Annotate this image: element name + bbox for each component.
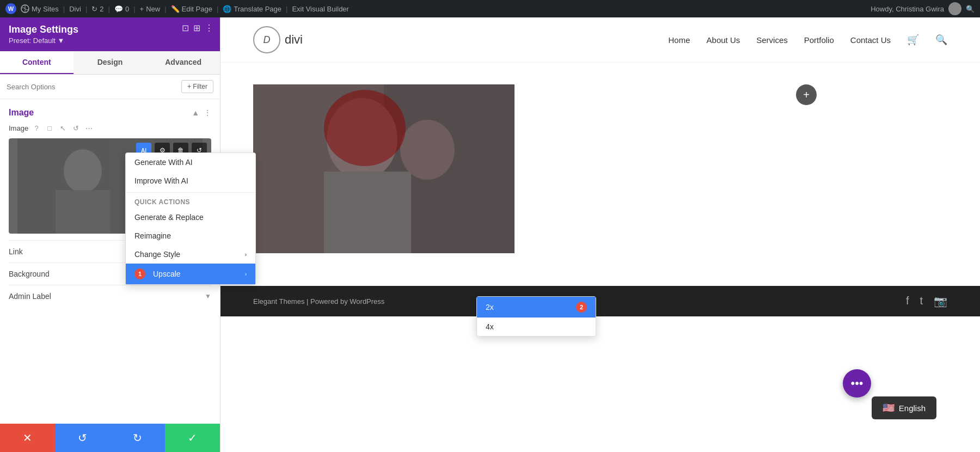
- twitter-icon[interactable]: t: [920, 295, 923, 308]
- site-footer: Elegant Themes | Powered by WordPress f …: [220, 286, 980, 316]
- svg-point-13: [324, 90, 406, 166]
- submenu-4x[interactable]: 4x: [477, 317, 596, 336]
- admin-label-chevron: ▼: [205, 292, 211, 300]
- upscale-badge-1: 1: [134, 268, 145, 279]
- search-icon[interactable]: 🔍: [966, 5, 975, 13]
- exit-builder-link[interactable]: Exit Visual Builder: [292, 5, 349, 13]
- sidebar-header: Image Settings Preset: Default ▼ ⊡ ⊞ ⋮: [0, 17, 220, 51]
- sidebar-tabs: Content Design Advanced: [0, 51, 220, 75]
- nav-services[interactable]: Services: [756, 35, 788, 45]
- image-section-title: Image: [9, 108, 34, 118]
- sidebar-preset[interactable]: Preset: Default ▼: [9, 36, 211, 45]
- website-content: D divi Home About Us Services Portfolio …: [220, 17, 980, 452]
- footer-social-icons: f t 📷: [906, 295, 947, 308]
- sidebar-panel: Image Settings Preset: Default ▼ ⊡ ⊞ ⋮ C…: [0, 17, 220, 452]
- logo-text: divi: [285, 33, 303, 47]
- nav-portfolio[interactable]: Portfolio: [804, 35, 834, 45]
- submenu-4x-label: 4x: [486, 322, 494, 331]
- menu-upscale[interactable]: 1 Upscale ›: [126, 264, 255, 284]
- section-more-icon[interactable]: ⋮: [204, 108, 211, 117]
- context-menu: Generate With AI Improve With AI Quick A…: [125, 152, 256, 285]
- language-picker[interactable]: 🇺🇸 English: [872, 396, 936, 419]
- upscale-label: Upscale: [153, 270, 181, 278]
- more-icon[interactable]: ⋮: [205, 23, 213, 33]
- reset-button[interactable]: ↺: [55, 424, 110, 452]
- comments-link[interactable]: 💬 0: [114, 5, 129, 13]
- menu-divider-1: [126, 192, 255, 193]
- admin-label-text: Admin Label: [9, 292, 51, 301]
- menu-reimagine[interactable]: Reimagine: [126, 227, 255, 245]
- howdy-label: Howdy, Christina Gwira: [871, 5, 944, 13]
- cancel-button[interactable]: ✕: [0, 424, 55, 452]
- facebook-icon[interactable]: f: [906, 295, 909, 308]
- link-label: Link: [9, 247, 23, 256]
- instagram-icon[interactable]: 📷: [934, 295, 947, 308]
- image-section-header: Image ▲ ⋮: [9, 108, 211, 118]
- tab-content[interactable]: Content: [0, 51, 74, 74]
- admin-bar: W My Sites | Divi | ↻ 2 | 💬 0 | + New | …: [0, 0, 980, 17]
- language-label: English: [899, 404, 926, 413]
- new-link[interactable]: + New: [140, 5, 161, 13]
- edit-page-link[interactable]: ✏️ Edit Page: [171, 5, 212, 13]
- search-nav-icon[interactable]: 🔍: [935, 34, 947, 46]
- site-logo: D divi: [253, 26, 303, 53]
- section-icon-group: ▲ ⋮: [192, 108, 211, 117]
- menu-improve-ai[interactable]: Improve With AI: [126, 172, 255, 190]
- cart-icon[interactable]: 🛒: [907, 34, 919, 46]
- translate-page-link[interactable]: 🌐 Translate Page: [223, 5, 281, 13]
- submenu-2x-label: 2x: [486, 303, 494, 311]
- expand-icon[interactable]: ⊞: [193, 23, 200, 33]
- tab-advanced[interactable]: Advanced: [146, 51, 220, 74]
- svg-rect-6: [17, 138, 110, 234]
- user-avatar: [948, 2, 961, 15]
- footer-text: Elegant Themes | Powered by WordPress: [253, 297, 384, 306]
- upscale-arrow: ›: [245, 271, 247, 277]
- cursor-icon[interactable]: ↖: [58, 123, 68, 133]
- admin-label-section[interactable]: Admin Label ▼: [9, 285, 211, 307]
- sidebar-search-bar: + Filter: [0, 75, 220, 99]
- image-field-label: Image: [9, 124, 28, 132]
- add-content-button[interactable]: +: [796, 84, 817, 105]
- menu-change-style[interactable]: Change Style ›: [126, 245, 255, 264]
- upscale-submenu: 2x 2 4x: [476, 296, 596, 337]
- search-input[interactable]: [7, 83, 177, 91]
- divi-link[interactable]: Divi: [69, 5, 81, 13]
- menu-quick-actions-label: Quick Actions: [126, 195, 255, 208]
- nav-about[interactable]: About Us: [707, 35, 740, 45]
- menu-generate-ai[interactable]: Generate With AI: [126, 153, 255, 172]
- submenu-2x[interactable]: 2x 2: [477, 297, 596, 317]
- save-button[interactable]: ✓: [165, 424, 220, 452]
- tab-design[interactable]: Design: [74, 51, 147, 74]
- logo-circle: D: [253, 26, 280, 53]
- options-icon[interactable]: ⋯: [84, 123, 94, 133]
- wordpress-icon[interactable]: W: [5, 3, 16, 14]
- my-sites-link[interactable]: My Sites: [21, 4, 59, 13]
- fab-icon: •••: [850, 376, 863, 390]
- flag-icon: 🇺🇸: [883, 402, 895, 414]
- site-nav-links: Home About Us Services Portfolio Contact…: [669, 34, 947, 46]
- submenu-badge-2: 2: [576, 302, 587, 313]
- redo-button[interactable]: ↻: [110, 424, 165, 452]
- change-style-label: Change Style: [134, 250, 180, 259]
- site-main: +: [220, 63, 980, 275]
- undo-icon[interactable]: ↺: [71, 123, 81, 133]
- nav-contact[interactable]: Contact Us: [850, 35, 891, 45]
- fab-button[interactable]: •••: [843, 369, 871, 398]
- image-field-row: Image ? □ ↖ ↺ ⋯: [9, 123, 211, 133]
- hero-image: [253, 84, 514, 253]
- sidebar-title: Image Settings: [9, 24, 211, 35]
- collapse-icon[interactable]: ▲: [192, 108, 199, 117]
- change-style-arrow: ›: [245, 252, 247, 258]
- help-icon[interactable]: ?: [32, 123, 41, 133]
- sidebar-bottom-bar: ✕ ↺ ↻ ✓: [0, 424, 220, 452]
- device-icon[interactable]: □: [45, 123, 54, 133]
- nav-home[interactable]: Home: [669, 35, 690, 45]
- background-label: Background: [9, 270, 50, 278]
- sync-link[interactable]: ↻ 2: [91, 5, 103, 13]
- menu-generate-replace[interactable]: Generate & Replace: [126, 208, 255, 227]
- site-nav: D divi Home About Us Services Portfolio …: [220, 17, 980, 63]
- filter-button[interactable]: + Filter: [181, 80, 213, 93]
- minimize-icon[interactable]: ⊡: [182, 23, 189, 33]
